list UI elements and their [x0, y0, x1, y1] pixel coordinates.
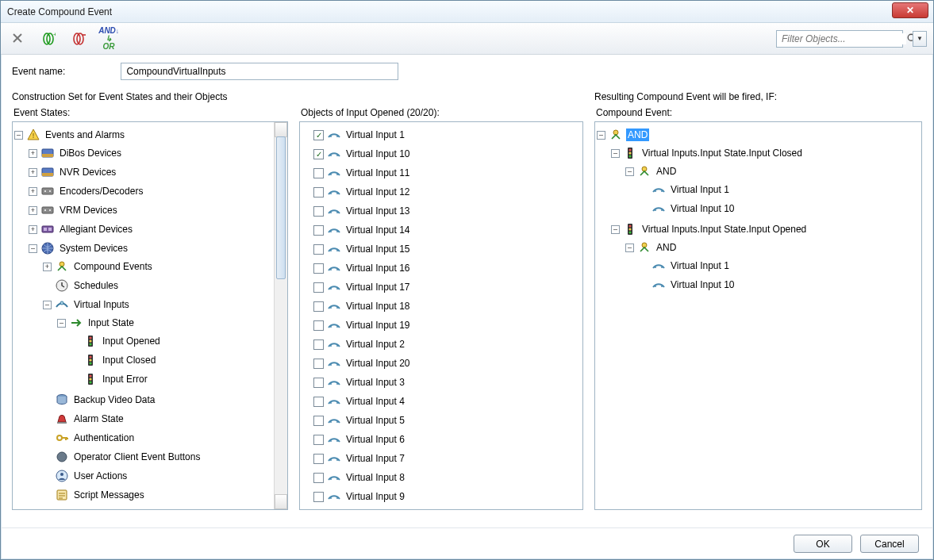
result-vi1b[interactable]: Virtual Input 1 [640, 257, 920, 274]
object-row[interactable]: Virtual Input 15 [302, 240, 581, 258]
ok-button[interactable]: OK [794, 535, 852, 553]
allegiant-icon [40, 222, 55, 236]
tree-item-dibos[interactable]: +DiBos Devices [29, 144, 271, 162]
tree-item-input-closed[interactable]: Input Closed [71, 351, 271, 369]
checkbox[interactable]: ✓ [313, 130, 324, 140]
object-row[interactable]: Virtual Input 20 [302, 355, 581, 372]
result-vi10[interactable]: Virtual Input 10 [640, 200, 920, 217]
object-row[interactable]: Virtual Input 4 [302, 393, 581, 410]
traffic-light-icon [623, 222, 637, 236]
checkbox[interactable] [313, 397, 324, 407]
tree-item-vrm[interactable]: +VRM Devices [29, 201, 271, 219]
close-icon: ✕ [906, 5, 914, 16]
checkbox[interactable] [313, 244, 324, 255]
tree-item-nvr[interactable]: +NVR Devices [29, 163, 271, 181]
object-row[interactable]: Virtual Input 2 [302, 336, 581, 353]
object-row[interactable]: Virtual Input 5 [302, 412, 581, 429]
object-row[interactable]: Virtual Input 19 [302, 316, 581, 334]
tree-item-schedules[interactable]: Schedules [43, 277, 271, 294]
object-row[interactable]: Virtual Input 13 [302, 202, 581, 220]
tree-item-op-client[interactable]: Operator Client Event Buttons [43, 448, 271, 466]
result-closed-branch[interactable]: – Virtual Inputs.Input State.Input Close… [611, 144, 920, 162]
virtual-input-icon [327, 489, 341, 504]
tree-item-script-messages[interactable]: Script Messages [43, 486, 271, 504]
tree-item-input-opened[interactable]: Input Opened [71, 332, 271, 350]
tree-item-events-alarms[interactable]: – Events and Alarms [14, 126, 271, 144]
result-vi10b[interactable]: Virtual Input 10 [640, 276, 920, 293]
object-row[interactable]: Virtual Input 14 [302, 221, 581, 239]
checkbox[interactable] [313, 435, 324, 445]
event-name-input[interactable] [121, 63, 398, 80]
checkbox[interactable] [313, 206, 324, 217]
object-row[interactable]: Virtual Input 16 [302, 259, 581, 277]
virtual-input-icon [327, 337, 341, 351]
checkbox[interactable] [313, 454, 324, 464]
object-row[interactable]: Virtual Input 8 [302, 469, 581, 486]
object-row[interactable]: Virtual Input 18 [302, 297, 581, 315]
result-opened-branch[interactable]: – Virtual Inputs.Input State.Input Opene… [611, 221, 920, 238]
tree-item-user-actions[interactable]: User Actions [43, 467, 271, 485]
checkbox[interactable] [313, 473, 324, 483]
vrm-icon [40, 203, 55, 217]
object-label: Virtual Input 1 [344, 128, 406, 141]
checkbox[interactable] [313, 378, 324, 388]
checkbox[interactable] [313, 168, 324, 178]
result-and-sub1[interactable]: – AND [625, 163, 920, 180]
checkbox[interactable] [313, 301, 324, 312]
remove-filter-button[interactable] [67, 28, 90, 50]
tree-item-system-devices[interactable]: –System Devices [29, 240, 271, 257]
tree-item-encoders[interactable]: +Encoders/Decoders [29, 182, 271, 200]
object-row[interactable]: Virtual Input 12 [302, 183, 581, 201]
object-row[interactable]: Virtual Input 6 [302, 431, 581, 448]
object-row[interactable]: ✓Virtual Input 10 [302, 145, 581, 163]
object-label: Virtual Input 20 [344, 357, 412, 370]
object-label: Virtual Input 10 [344, 148, 412, 160]
tree-item-virtual-inputs[interactable]: –Virtual Inputs [43, 296, 271, 313]
and-or-toggle-button[interactable]: AND↓ ↳ OR [98, 28, 120, 50]
virtual-input-icon [327, 223, 341, 237]
checkbox[interactable] [313, 187, 324, 198]
globe-icon [40, 241, 55, 255]
object-row[interactable]: Virtual Input 3 [302, 374, 581, 391]
checkbox[interactable] [313, 416, 324, 426]
checkbox[interactable] [313, 320, 324, 331]
checkbox[interactable] [313, 359, 324, 369]
tree-item-allegiant[interactable]: +Allegiant Devices [29, 221, 271, 238]
virtual-input-icon [651, 182, 666, 197]
tree-item-authentication[interactable]: Authentication [43, 429, 271, 447]
tree-item-input-error[interactable]: Input Error [71, 370, 271, 388]
object-label: Virtual Input 19 [344, 319, 412, 332]
checkbox[interactable] [313, 492, 324, 502]
checkbox[interactable] [313, 339, 324, 350]
result-vi1[interactable]: Virtual Input 1 [640, 181, 920, 198]
tree-item-compound-events[interactable]: +Compound Events [43, 258, 271, 275]
object-row[interactable]: Virtual Input 7 [302, 450, 581, 467]
object-label: Virtual Input 18 [344, 300, 412, 313]
filter-dropdown-button[interactable]: ▼ [913, 31, 927, 47]
object-row[interactable]: ✓Virtual Input 1 [302, 126, 581, 144]
tree-item-backup-video[interactable]: Backup Video Data [43, 391, 271, 408]
checkbox[interactable] [313, 282, 324, 293]
object-row[interactable]: Virtual Input 11 [302, 164, 581, 182]
object-row[interactable]: Virtual Input 17 [302, 278, 581, 296]
checkbox[interactable]: ✓ [313, 149, 324, 159]
cancel-button[interactable]: Cancel [860, 535, 919, 553]
checkbox[interactable] [313, 225, 324, 236]
virtual-input-icon [327, 128, 341, 142]
scrollbar[interactable] [274, 122, 287, 509]
tree-item-input-state[interactable]: –Input State [57, 314, 271, 332]
result-and-sub2[interactable]: – AND [625, 239, 920, 256]
clock-icon [55, 278, 69, 293]
filter-input[interactable] [777, 33, 906, 44]
compound-event-label: Compound Event: [596, 107, 922, 118]
tree-item-alarm-state[interactable]: Alarm State [43, 410, 271, 428]
result-and-root[interactable]: – AND [597, 126, 920, 144]
event-states-label: Event States: [13, 107, 288, 118]
object-label: Virtual Input 6 [344, 433, 406, 446]
event-name-row: Event name: [12, 63, 922, 80]
add-filter-button[interactable] [37, 28, 60, 50]
object-row[interactable]: Virtual Input 9 [302, 488, 581, 505]
window-close-button[interactable]: ✕ [892, 2, 928, 18]
delete-button[interactable] [7, 28, 29, 50]
checkbox[interactable] [313, 263, 324, 274]
